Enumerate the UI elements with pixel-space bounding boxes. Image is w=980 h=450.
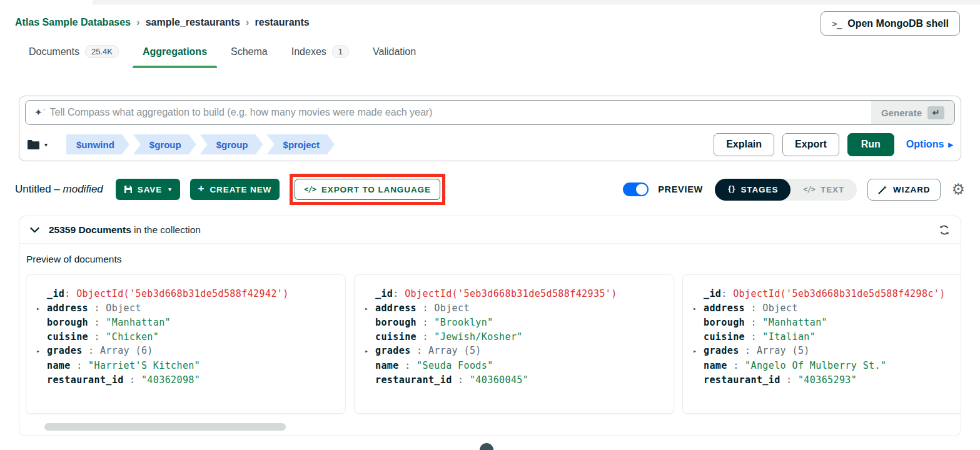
preview-toggle[interactable]	[623, 182, 649, 196]
doc-field-row: restaurant_id : "40360045"	[365, 373, 664, 388]
doc-field-row: ▸address : Object	[693, 301, 961, 316]
tab-indexes-count-badge: 1	[332, 45, 349, 58]
create-new-button[interactable]: + CREATE NEW	[190, 179, 280, 200]
field-separator: :	[721, 287, 733, 301]
field-separator: :	[780, 373, 798, 388]
expand-caret-icon[interactable]: ▸	[36, 301, 47, 316]
expand-caret-icon[interactable]: ▸	[365, 344, 375, 359]
field-value: "40365293"	[798, 373, 857, 388]
stage-pill-group-1[interactable]: $group	[133, 134, 196, 154]
field-value: ObjectId('5eb3d668b31de5d588f4298c')	[733, 287, 946, 301]
plus-icon: +	[198, 182, 205, 195]
field-key: name	[704, 359, 727, 373]
field-separator: :	[88, 330, 106, 344]
doc-field-row: ▸address : Object	[36, 301, 335, 316]
field-value: "Seuda Foods"	[417, 359, 493, 373]
breadcrumb-database-group[interactable]: Atlas Sample Databases	[15, 17, 131, 28]
doc-field-row: ▸grades : Array (5)	[365, 344, 664, 359]
field-value: Array (5)	[757, 344, 810, 359]
stages-view-button[interactable]: {} STAGES	[715, 179, 791, 201]
pipeline-name: Untitled –	[15, 183, 63, 195]
stage-pill-unwind[interactable]: $unwind	[66, 134, 129, 154]
field-separator: :	[745, 330, 762, 344]
tab-schema[interactable]: Schema	[231, 45, 268, 68]
doc-field-row: ▸grades : Array (5)	[693, 344, 961, 359]
ai-prompt-input[interactable]	[50, 107, 864, 118]
field-separator: :	[399, 359, 417, 373]
field-value: "Angelo Of Mulberry St."	[745, 359, 886, 373]
field-separator: :	[83, 344, 100, 359]
window-top-strip	[93, 0, 980, 4]
field-key: restaurant_id	[47, 373, 124, 388]
settings-gear-icon[interactable]: ⚙	[951, 182, 965, 197]
pipeline-action-buttons: Explain Export Run Options ▶	[714, 133, 953, 156]
results-panel: 25359 Documents in the collection Previe…	[19, 216, 961, 436]
options-toggle[interactable]: Options ▶	[906, 139, 953, 150]
wizard-button[interactable]: WIZARD	[867, 179, 941, 201]
saved-pipelines-folder-button[interactable]: ▾	[27, 139, 48, 150]
save-disk-icon	[124, 185, 133, 194]
expand-caret-icon	[36, 359, 47, 373]
generate-label: Generate	[881, 108, 922, 118]
field-key: restaurant_id	[375, 373, 452, 388]
generate-button[interactable]: Generate ↵	[871, 101, 954, 124]
ai-sparkle-icon: ✦	[34, 107, 43, 118]
folder-icon	[27, 139, 40, 150]
tab-aggregations[interactable]: Aggregations	[143, 45, 207, 68]
document-card: _id: ObjectId('5eb3d668b31de5d588f42935'…	[354, 274, 674, 414]
doc-field-row: ▸address : Object	[365, 301, 664, 316]
field-value: "Jewish/Kosher"	[434, 330, 522, 344]
field-value: "Manhattan"	[106, 316, 171, 330]
tab-documents[interactable]: Documents 25.4K	[29, 45, 119, 68]
field-key: grades	[375, 344, 411, 359]
field-value: Array (6)	[100, 344, 153, 359]
refresh-icon[interactable]	[939, 224, 950, 236]
tab-indexes[interactable]: Indexes 1	[291, 45, 349, 68]
tab-documents-label: Documents	[29, 46, 79, 58]
collapse-chevron-icon[interactable]	[30, 227, 39, 233]
ai-prompt-bar[interactable]: ✦ Generate ↵	[25, 100, 955, 125]
run-button[interactable]: Run	[847, 133, 894, 156]
breadcrumb-collection[interactable]: restaurants	[255, 17, 310, 28]
wizard-label: WIZARD	[893, 185, 930, 194]
arrow-right-icon: ▶	[948, 141, 953, 148]
save-button[interactable]: SAVE ▾	[116, 179, 180, 200]
expand-caret-icon[interactable]: ▸	[693, 344, 704, 359]
field-value: Array (5)	[428, 344, 482, 359]
panel-resize-handle[interactable]	[480, 443, 493, 450]
field-key: cuisine	[47, 330, 88, 344]
document-cards: _id: ObjectId('5eb3d668b31de5d588f42942'…	[26, 274, 961, 414]
expand-caret-icon	[365, 287, 375, 301]
enter-key-icon: ↵	[927, 106, 944, 119]
documents-count-text: 25359 Documents in the collection	[49, 224, 201, 236]
toggle-knob	[636, 184, 647, 195]
tab-validation[interactable]: Validation	[373, 45, 416, 68]
documents-count: 25359 Documents	[49, 224, 131, 235]
export-button[interactable]: Export	[782, 133, 839, 156]
expand-caret-icon	[693, 287, 704, 301]
field-key: cuisine	[375, 330, 417, 344]
text-view-label: TEXT	[821, 185, 844, 194]
expand-caret-icon	[693, 316, 704, 330]
field-key: cuisine	[704, 330, 745, 344]
chevron-down-icon: ▾	[44, 141, 48, 148]
annotation-highlight-box: </> EXPORT TO LANGUAGE	[290, 174, 445, 205]
tab-aggregations-label: Aggregations	[143, 46, 207, 58]
expand-caret-icon[interactable]: ▸	[365, 301, 375, 316]
stages-view-label: STAGES	[740, 185, 778, 194]
expand-caret-icon[interactable]: ▸	[36, 344, 47, 359]
stage-pill-project[interactable]: $project	[267, 134, 335, 154]
expand-caret-icon[interactable]: ▸	[693, 301, 704, 316]
field-value: "40360045"	[470, 373, 528, 388]
open-mongodb-shell-button[interactable]: >_ Open MongoDB shell	[821, 11, 960, 36]
tab-indexes-label: Indexes	[291, 46, 326, 58]
stage-pill-group-2[interactable]: $group	[200, 134, 263, 154]
explain-button[interactable]: Explain	[714, 133, 774, 156]
text-view-button[interactable]: </> TEXT	[791, 185, 857, 194]
breadcrumb-database[interactable]: sample_restaurants	[146, 17, 240, 28]
expand-caret-icon	[36, 287, 47, 301]
field-separator: :	[64, 287, 76, 301]
tab-validation-label: Validation	[373, 46, 416, 58]
export-to-language-button[interactable]: </> EXPORT TO LANGUAGE	[295, 179, 440, 200]
horizontal-scrollbar[interactable]	[44, 423, 286, 431]
